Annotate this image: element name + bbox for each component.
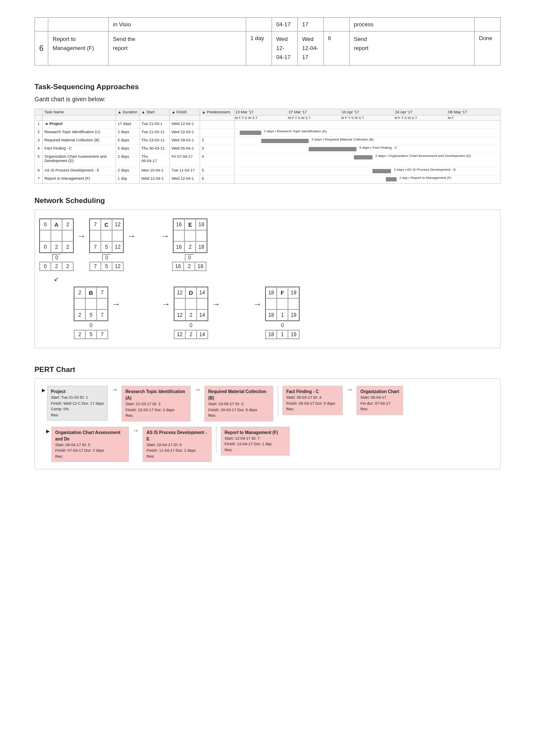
pert-heading: PERT Chart bbox=[34, 366, 501, 374]
node-A-dur bbox=[51, 230, 62, 241]
gantt-row-4: 4 Fact Finding - C 5 days Thu 30-03-11 W… bbox=[35, 145, 500, 153]
top-table: in Visio 04-17 17 process 6 Report toMan… bbox=[34, 17, 501, 66]
cell-finish: 17 bbox=[297, 18, 323, 31]
pert-node-project: Project Start: Tue 21-03 ID: 1 Finish: W… bbox=[47, 386, 108, 421]
pert-section: PERT Chart ▶ Project Start: Tue 21-03 ID… bbox=[34, 366, 501, 469]
node-A-es: 0 bbox=[40, 219, 51, 230]
task-sequencing-section: Task-Sequencing Approaches Gantt chart i… bbox=[34, 83, 501, 184]
network-scheduling-section: Network Scheduling 0 A 2 0 2 2 → 7 C 12 bbox=[34, 197, 501, 348]
gantt-row-5: 5 Organization Chart Assessment and Deve… bbox=[35, 153, 500, 167]
pert-separator-2 bbox=[216, 427, 216, 453]
node-A-ef: 2 bbox=[62, 219, 73, 230]
node-A-label: A bbox=[51, 219, 62, 230]
pert-start-marker: ▶ bbox=[42, 387, 45, 393]
cell-name: Report toManagement (F) bbox=[48, 31, 109, 66]
arrow-to-D: → bbox=[162, 299, 170, 309]
gantt-date-header-area: 13 Mar '17 27 Mar '17 10 Apr '17 24 Apr … bbox=[235, 109, 500, 115]
gantt-col-finish-header: ▲ Finish bbox=[170, 109, 200, 115]
node-A-lf-empty bbox=[62, 230, 73, 241]
cell-dur bbox=[246, 18, 272, 31]
node-A-float: 2 bbox=[51, 241, 62, 253]
node-A-lf: 2 bbox=[62, 241, 73, 253]
network-diagram: 0 A 2 0 2 2 → 7 C 12 7 5 bbox=[34, 209, 501, 348]
gantt-row-3: 3 Required Material Collection (B) 5 day… bbox=[35, 137, 500, 145]
pert-separator-1 bbox=[278, 386, 278, 416]
pert-arrow-project-A: → bbox=[111, 386, 118, 394]
gantt-col-task-header: Task Name bbox=[43, 109, 116, 115]
pert-node-A: Research Topic Identification (A) Start:… bbox=[122, 386, 191, 422]
gantt-col-pred-header: ▲ Predecessors bbox=[200, 109, 235, 115]
cell-desc: Send thereport bbox=[109, 31, 246, 66]
node-E: 16 E 18 16 2 18 bbox=[173, 219, 207, 253]
cell-status: process bbox=[349, 18, 474, 31]
cell-pred bbox=[323, 18, 349, 31]
node-A-ls: 0 bbox=[40, 241, 51, 253]
gantt-col-start-header: ▲ Start bbox=[140, 109, 170, 115]
gantt-chart: Task Name ▲ Duration ▲ Start ▲ Finish ▲ … bbox=[34, 109, 501, 184]
node-A: 0 A 2 0 2 2 bbox=[39, 219, 74, 253]
pert-node-C: Fact Finding - C Start: 30-03-17 ID: 4 F… bbox=[282, 386, 343, 415]
network-scheduling-heading: Network Scheduling bbox=[34, 197, 501, 205]
gantt-row-7: 7 Report to Management (F) 1 day Wed 12-… bbox=[35, 175, 500, 183]
arrow-B-D: → bbox=[112, 299, 120, 309]
cell-done: Done bbox=[475, 31, 501, 66]
cell-done bbox=[475, 18, 501, 31]
gantt-subtext: Gantt chart is given below: bbox=[34, 96, 501, 103]
table-row: 6 Report toManagement (F) Send thereport… bbox=[35, 31, 501, 66]
gantt-row-6: 6 AS IS Process Development - E 2 days M… bbox=[35, 167, 500, 175]
arrow-A-C: → bbox=[77, 231, 86, 241]
cell-dur: 1 day bbox=[246, 31, 272, 66]
table-row: in Visio 04-17 17 process bbox=[35, 18, 501, 31]
arrow-to-F: → bbox=[253, 299, 262, 309]
pert-start-marker-2: ▶ bbox=[46, 428, 50, 434]
node-F: 18 F 19 18 1 19 bbox=[265, 287, 300, 321]
gantt-row-2: 2 Research Topic Identification (A) 2 da… bbox=[35, 129, 500, 137]
gantt-row-1: 1 ◄ Project 17 days Tue 21-03-1 Wed 12-0… bbox=[35, 121, 500, 129]
pert-node-G: Report to Management (F) Start: 12-04-17… bbox=[221, 427, 290, 456]
gantt-col-dur-header: ▲ Duration bbox=[116, 109, 140, 115]
pert-node-B: Required Material Collection (B) Start: … bbox=[204, 386, 273, 422]
node-C: 7 C 12 7 5 12 bbox=[89, 219, 124, 253]
cell-desc: in Visio bbox=[109, 18, 246, 31]
pert-diagram: ▶ Project Start: Tue 21-03 ID: 1 Finish:… bbox=[34, 378, 501, 469]
pert-arrow-C-D: → bbox=[346, 386, 353, 394]
node-B: 2 B 7 2 5 7 bbox=[74, 287, 108, 321]
cell-finish: Wed12-04-17 bbox=[297, 31, 323, 66]
cell-name bbox=[48, 18, 109, 31]
node-D: 12 D 14 12 2 14 bbox=[174, 287, 208, 321]
pert-arrow-E-F: → bbox=[132, 427, 139, 434]
node-A-ls-empty bbox=[40, 230, 51, 241]
cell-status: Sendreport bbox=[349, 31, 474, 66]
pert-node-F: AS IS Process Development - E Start: 10-… bbox=[143, 427, 212, 462]
arrow-to-E: → bbox=[161, 231, 169, 241]
cell-num: 6 bbox=[35, 31, 48, 66]
cell-start: 04-17 bbox=[272, 18, 297, 31]
cell-start: Wed12-04-17 bbox=[272, 31, 297, 66]
cell-num bbox=[35, 18, 48, 31]
cell-pred: 6 bbox=[323, 31, 349, 66]
task-sequencing-heading: Task-Sequencing Approaches bbox=[34, 83, 501, 91]
arrow-D-F: → bbox=[212, 299, 220, 309]
pert-node-D: Organization Chart Start: 06-04-17 Fin-d… bbox=[357, 386, 403, 415]
pert-node-E: Organization Chart Assessment and De Sta… bbox=[51, 427, 129, 462]
pert-arrow-A-B: → bbox=[194, 386, 201, 394]
arrow-C-E: → bbox=[127, 231, 136, 241]
